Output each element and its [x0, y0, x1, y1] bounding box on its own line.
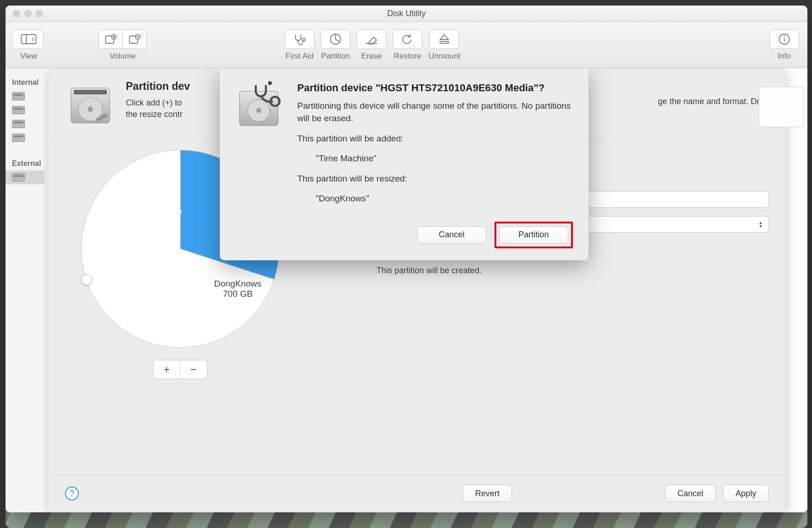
svg-point-27	[268, 81, 272, 85]
titlebar: Disk Utility	[6, 6, 807, 22]
sidebar-item-disk[interactable]	[6, 131, 44, 145]
sheet-desc-1: Click add (+) to	[126, 98, 182, 107]
erase-label: Erase	[361, 52, 382, 61]
unmount-label: Unmount	[429, 52, 460, 61]
disk-icon	[12, 106, 25, 114]
svg-rect-20	[74, 90, 107, 94]
sidebar-item-disk[interactable]	[6, 117, 44, 131]
sidebar-item-disk[interactable]	[6, 103, 44, 117]
info-button[interactable]	[770, 29, 799, 49]
info-icon	[778, 33, 791, 46]
toolbar: View Volume First Aid	[6, 22, 807, 68]
apply-button[interactable]: Apply	[723, 485, 769, 502]
volume-add-button[interactable]	[99, 29, 123, 49]
erase-button[interactable]	[357, 29, 386, 49]
pie-slice-2-name: DongKnows	[201, 279, 275, 289]
pie-slice-2-size: 700 GB	[201, 289, 275, 299]
sidebar: Internal External	[6, 68, 45, 512]
sidebar-heading-external: External	[6, 156, 44, 170]
add-partition-button[interactable]: +	[153, 360, 180, 379]
form-hint: This partition will be created.	[377, 266, 769, 276]
disk-icon	[12, 120, 25, 128]
content-area: Internal External Partition dev Click ad…	[6, 68, 807, 512]
dialog-added-label: This partition will be added:	[297, 132, 573, 145]
svg-point-18	[784, 35, 785, 37]
dialog-resized-name: "DongKnows"	[297, 192, 573, 205]
sidebar-item-disk-selected[interactable]	[6, 170, 44, 184]
dialog-partition-button[interactable]: Partition	[499, 226, 568, 244]
pie-icon	[329, 33, 342, 46]
stethoscope-icon	[293, 33, 306, 45]
disk-icon	[12, 134, 25, 142]
confirm-partition-dialog: Partition device "HGST HTS721010A9E630 M…	[220, 68, 588, 260]
sheet-desc-right: ge the name and format. Drag	[658, 96, 769, 107]
pie-slice-1-size: 300 GB	[113, 216, 196, 226]
undo-arrow-icon	[401, 33, 414, 45]
remove-partition-button[interactable]: −	[180, 360, 207, 379]
eject-icon	[439, 33, 450, 45]
svg-point-22	[88, 106, 93, 112]
svg-line-12	[335, 39, 340, 42]
volume-label: Volume	[110, 52, 136, 61]
first-aid-label: First Aid	[285, 52, 313, 61]
eraser-icon	[365, 34, 378, 45]
pie-resize-handle[interactable]	[81, 274, 92, 285]
dialog-icon	[235, 81, 286, 132]
partition-button[interactable]	[321, 29, 350, 49]
first-aid-button[interactable]	[285, 29, 314, 49]
chevron-updown-icon: ▲▼	[754, 221, 763, 228]
help-button[interactable]: ?	[65, 487, 79, 500]
dialog-resized-label: This partition will be resized:	[297, 172, 573, 185]
dialog-body: Partitioning this device will change som…	[297, 100, 573, 125]
dialog-added-name: "Time Machine"	[297, 152, 573, 165]
sidebar-heading-internal: Internal	[6, 75, 44, 89]
svg-point-9	[302, 38, 305, 41]
highlight-annotation: Partition	[494, 222, 573, 248]
disk-large-icon	[65, 80, 116, 131]
restore-label: Restore	[394, 52, 421, 61]
pie-slice-1-name: Time Machine	[113, 206, 196, 216]
disk-utility-window: Disk Utility View Volume	[6, 6, 807, 512]
restore-button[interactable]	[393, 29, 422, 49]
volume-remove-button[interactable]	[123, 29, 147, 49]
volume-remove-icon	[128, 34, 141, 45]
partition-label: Partition	[321, 52, 350, 61]
sidebar-item-disk[interactable]	[6, 89, 44, 103]
sidebar-layout-icon	[21, 34, 36, 44]
dialog-title: Partition device "HGST HTS721010A9E630 M…	[297, 81, 573, 95]
window-title: Disk Utility	[6, 9, 807, 18]
info-label: Info	[778, 52, 791, 61]
volume-add-icon	[104, 34, 117, 45]
revert-button[interactable]: Revert	[463, 485, 512, 502]
sheet-footer: ? Revert Cancel Apply	[48, 474, 785, 512]
disk-icon	[12, 92, 25, 100]
view-button[interactable]	[14, 29, 43, 49]
dialog-cancel-button[interactable]: Cancel	[417, 226, 486, 244]
unmount-button[interactable]	[430, 29, 459, 49]
svg-marker-14	[440, 35, 448, 40]
sheet-title: Partition dev	[126, 80, 190, 93]
main-panel: Partition dev Click add (+) tothe resize…	[45, 68, 807, 512]
view-label: View	[20, 52, 37, 61]
disk-icon	[12, 173, 25, 182]
sheet-desc-2: the resize contr	[126, 110, 182, 119]
device-info-card	[759, 87, 804, 127]
svg-point-26	[256, 108, 261, 113]
svg-rect-15	[440, 41, 448, 43]
add-remove-partition: + −	[153, 360, 207, 379]
cancel-button[interactable]: Cancel	[665, 485, 716, 502]
